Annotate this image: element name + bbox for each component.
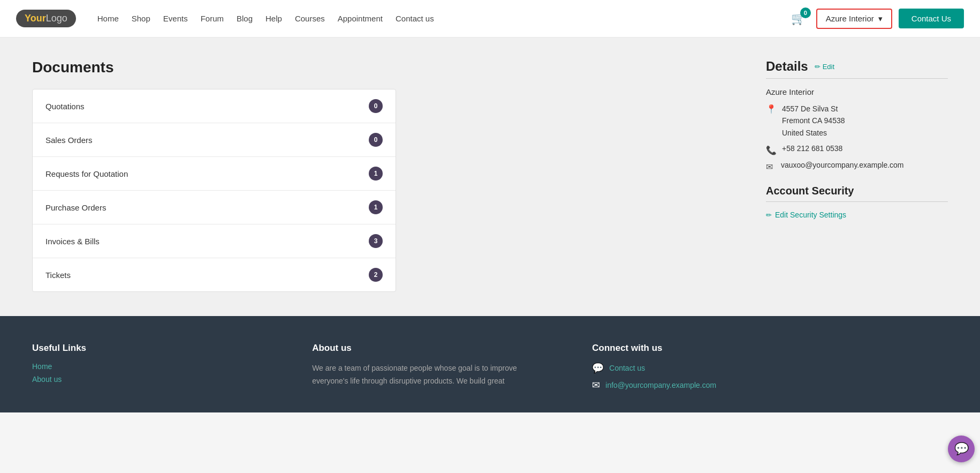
footer-about-text: We are a team of passionate people whose… (312, 362, 549, 388)
nav-item-events[interactable]: Events (163, 14, 188, 23)
address: 4557 De Silva St Fremont CA 94538 United… (782, 103, 845, 139)
doc-row[interactable]: Requests for Quotation 1 (33, 157, 396, 191)
connect-link-footer-email[interactable]: info@yourcompany.example.com (605, 381, 716, 389)
navbar: YourLogo HomeShopEventsForumBlogHelpCour… (0, 0, 980, 37)
edit-security-button[interactable]: Edit Security Settings (766, 211, 948, 219)
footer-connect-col: Connect with us 💬 Contact us ✉ info@your… (592, 343, 948, 396)
footer-grid: Useful Links HomeAbout us About us We ar… (32, 343, 948, 396)
email-icon: ✉ (766, 162, 776, 172)
footer-useful-links-title: Useful Links (32, 343, 269, 354)
pencil-icon (815, 63, 821, 71)
doc-row[interactable]: Invoices & Bills 3 (33, 224, 396, 258)
footer-connect-title: Connect with us (592, 343, 948, 354)
documents-section: Documents Quotations 0 Sales Orders 0 Re… (32, 59, 734, 295)
address-row: 📍 4557 De Silva St Fremont CA 94538 Unit… (766, 103, 948, 139)
account-security-title: Account Security (766, 185, 948, 197)
footer-connect-list: 💬 Contact us ✉ info@yourcompany.example.… (592, 362, 948, 391)
connect-icon: ✉ (592, 379, 600, 391)
doc-badge: 0 (369, 99, 383, 113)
details-section: Details Edit Azure Interior 📍 4557 De Si… (766, 59, 948, 295)
nav-item-blog[interactable]: Blog (237, 14, 253, 23)
doc-badge: 0 (369, 133, 383, 147)
footer-connect-row: ✉ info@yourcompany.example.com (592, 379, 948, 391)
doc-label: Invoices & Bills (45, 237, 100, 246)
logo[interactable]: YourLogo (16, 10, 76, 27)
footer-link-footer-about[interactable]: About us (32, 375, 269, 384)
connect-link-footer-contact[interactable]: Contact us (609, 364, 645, 372)
doc-row[interactable]: Tickets 2 (33, 258, 396, 291)
user-dropdown[interactable]: Azure Interior ▾ (816, 9, 892, 29)
connect-icon: 💬 (592, 362, 604, 374)
doc-row[interactable]: Sales Orders 0 (33, 123, 396, 157)
contact-us-button[interactable]: Contact Us (899, 9, 964, 28)
doc-label: Purchase Orders (45, 203, 106, 212)
address-line1: 4557 De Silva St (782, 103, 845, 115)
doc-badge: 3 (369, 234, 383, 248)
footer-about-title: About us (312, 343, 549, 354)
main-nav: HomeShopEventsForumBlogHelpCoursesAppoin… (97, 14, 791, 23)
doc-label: Tickets (45, 271, 71, 280)
doc-row[interactable]: Quotations 0 (33, 89, 396, 123)
footer-connect-row: 💬 Contact us (592, 362, 948, 374)
footer-links-list: HomeAbout us (32, 362, 269, 384)
doc-badge: 1 (369, 167, 383, 181)
nav-item-home[interactable]: Home (97, 14, 119, 23)
details-header: Details Edit (766, 59, 948, 74)
nav-item-help[interactable]: Help (265, 14, 282, 23)
user-dropdown-label: Azure Interior (826, 14, 874, 23)
chevron-down-icon: ▾ (878, 14, 883, 24)
details-edit-label: Edit (823, 63, 834, 71)
cart-button[interactable]: 🛒 0 (791, 12, 806, 26)
documents-title: Documents (32, 59, 734, 76)
doc-badge: 2 (369, 268, 383, 282)
company-name: Azure Interior (766, 87, 948, 96)
nav-item-shop[interactable]: Shop (132, 14, 150, 23)
footer-useful-links-col: Useful Links HomeAbout us (32, 343, 269, 396)
address-line2: Fremont CA 94538 (782, 115, 845, 126)
email-address: vauxoo@yourcompany.example.com (781, 161, 904, 169)
documents-table: Quotations 0 Sales Orders 0 Requests for… (32, 89, 396, 292)
details-title: Details (766, 59, 808, 74)
phone-icon: 📞 (766, 145, 777, 155)
phone-number: +58 212 681 0538 (782, 144, 842, 153)
doc-badge: 1 (369, 200, 383, 214)
account-security-divider (766, 201, 948, 202)
nav-item-courses[interactable]: Courses (295, 14, 325, 23)
logo-logo: Logo (46, 13, 67, 24)
cart-badge: 0 (800, 7, 811, 18)
address-line3: United States (782, 127, 845, 139)
doc-label: Quotations (45, 102, 85, 111)
email-row: ✉ vauxoo@yourcompany.example.com (766, 161, 948, 172)
main-content: Documents Quotations 0 Sales Orders 0 Re… (0, 37, 980, 316)
security-pencil-icon (766, 211, 772, 219)
details-divider (766, 78, 948, 79)
footer: Useful Links HomeAbout us About us We ar… (0, 316, 980, 412)
doc-row[interactable]: Purchase Orders 1 (33, 191, 396, 224)
nav-item-appointment[interactable]: Appointment (338, 14, 383, 23)
footer-link-footer-home[interactable]: Home (32, 362, 269, 371)
details-edit-button[interactable]: Edit (815, 63, 834, 71)
nav-item-contact[interactable]: Contact us (396, 14, 434, 23)
edit-security-label: Edit Security Settings (775, 211, 846, 219)
logo-your: Your (25, 13, 46, 24)
location-icon: 📍 (766, 104, 777, 114)
footer-about-col: About us We are a team of passionate peo… (312, 343, 549, 396)
nav-item-forum[interactable]: Forum (201, 14, 224, 23)
doc-label: Sales Orders (45, 136, 93, 145)
doc-label: Requests for Quotation (45, 169, 128, 178)
phone-row: 📞 +58 212 681 0538 (766, 144, 948, 155)
